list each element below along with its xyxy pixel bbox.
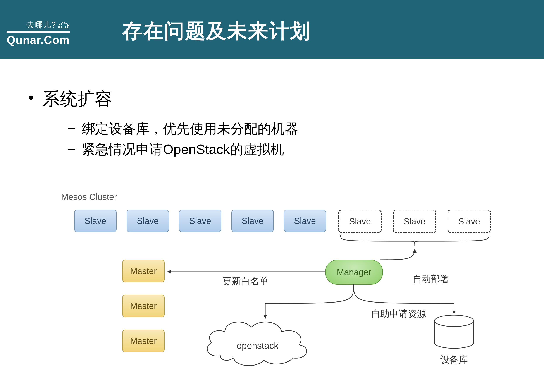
bullet2-text: 紧急情况申请OpenStack的虚拟机 bbox=[82, 140, 284, 158]
logo-line1: 去哪儿? bbox=[26, 20, 56, 30]
openstack-label: openstack bbox=[201, 340, 314, 351]
bullet2-text: 绑定设备库，优先使用未分配的机器 bbox=[82, 120, 298, 138]
edge-label-autodeploy: 自动部署 bbox=[413, 273, 449, 285]
slave-node: Slave bbox=[231, 210, 274, 232]
edge-manager-to-slaves bbox=[380, 246, 424, 261]
master-node: Master bbox=[122, 330, 165, 352]
bullet-level2: – 绑定设备库，优先使用未分配的机器 bbox=[68, 120, 526, 138]
svg-marker-3 bbox=[413, 249, 416, 252]
openstack-cloud: openstack bbox=[201, 314, 314, 367]
svg-point-0 bbox=[434, 315, 474, 327]
pending-slave-node: Slave bbox=[393, 210, 436, 233]
device-repo-cylinder: 设备库 bbox=[432, 314, 476, 349]
master-node: Master bbox=[122, 260, 165, 282]
slide-content: • 系统扩容 – 绑定设备库，优先使用未分配的机器 – 紧急情况申请OpenSt… bbox=[28, 87, 526, 161]
qunar-logo: 去哪儿? Qunar.Com bbox=[6, 20, 70, 47]
slave-node: Slave bbox=[127, 210, 169, 232]
bullet-level1: • 系统扩容 bbox=[28, 87, 526, 111]
pending-slave-node: Slave bbox=[338, 210, 382, 233]
slave-node: Slave bbox=[179, 210, 221, 232]
dash-icon: – bbox=[68, 140, 75, 156]
pending-slave-node: Slave bbox=[448, 210, 491, 233]
device-repo-label: 设备库 bbox=[428, 354, 480, 366]
brace-icon bbox=[338, 233, 491, 250]
manager-node: Manager bbox=[325, 260, 383, 285]
bullet1-text: 系统扩容 bbox=[42, 87, 112, 111]
svg-marker-2 bbox=[167, 270, 171, 274]
bullet-level2: – 紧急情况申请OpenStack的虚拟机 bbox=[68, 140, 526, 158]
dash-icon: – bbox=[68, 120, 75, 135]
slide-header: 去哪儿? Qunar.Com 存在问题及未来计划 bbox=[0, 0, 544, 59]
bullet-dot-icon: • bbox=[28, 87, 34, 108]
logo-line2: Qunar.Com bbox=[6, 31, 70, 47]
edge-manager-to-master bbox=[164, 269, 325, 274]
slide: 去哪儿? Qunar.Com 存在问题及未来计划 • 系统扩容 – 绑定设备库，… bbox=[0, 0, 544, 392]
edge-label-selfrequest: 自助申请资源 bbox=[371, 308, 426, 320]
slave-node: Slave bbox=[284, 210, 326, 232]
master-node: Master bbox=[122, 295, 165, 317]
svg-marker-5 bbox=[452, 310, 456, 314]
architecture-diagram: Mesos Cluster Slave Slave Slave Slave Sl… bbox=[61, 192, 520, 388]
cluster-label: Mesos Cluster bbox=[61, 192, 117, 202]
edge-label-whitelist: 更新白名单 bbox=[223, 275, 268, 287]
camel-icon bbox=[57, 20, 70, 30]
slide-title: 存在问题及未来计划 bbox=[122, 18, 311, 45]
slave-node: Slave bbox=[74, 210, 117, 232]
